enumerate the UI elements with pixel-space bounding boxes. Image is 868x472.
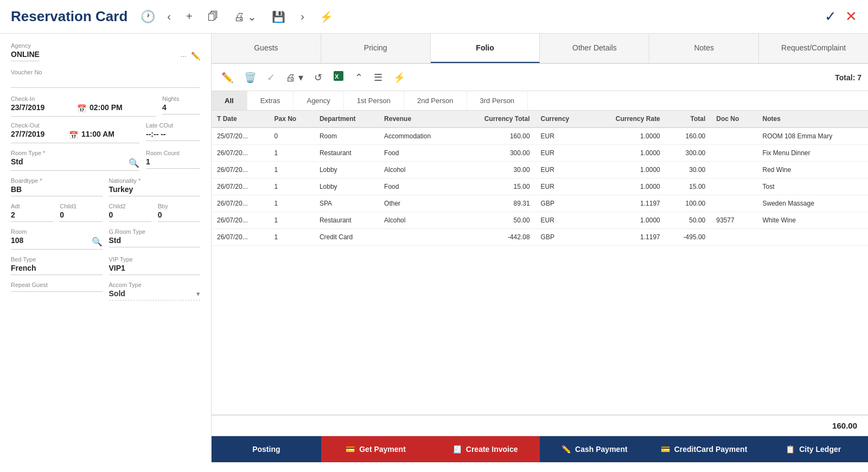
table-row[interactable]: 26/07/20... 1 Restaurant Alcohol 50.00 E… — [212, 212, 868, 229]
subtab-2nd-person[interactable]: 2nd Person — [404, 91, 467, 110]
child2-label: Child2 — [109, 203, 151, 209]
cell-revenue: Alcohol — [379, 212, 458, 229]
cell-total: 30.00 — [666, 162, 711, 178]
folio-table: T Date Pax No Department Revenue Currenc… — [212, 111, 868, 246]
checkin-time: 02:00 PM — [90, 103, 156, 114]
accomtype-dropdown[interactable]: Sold ▾ — [109, 289, 201, 301]
print-dropdown-button[interactable]: 🖨 ▾ — [283, 69, 307, 86]
cell-currency: GBP — [535, 229, 590, 246]
get-payment-button[interactable]: 💳 Get Payment — [321, 436, 431, 462]
save-button[interactable]: 💾 — [269, 9, 289, 24]
cell-currtotal: 89.31 — [458, 195, 535, 212]
agency-label: Agency — [11, 42, 200, 49]
cell-docno — [711, 162, 757, 178]
room-search-button[interactable]: 🔍 — [92, 237, 103, 247]
menu-button[interactable]: ☰ — [371, 69, 386, 86]
subtab-1st-person[interactable]: 1st Person — [344, 91, 404, 110]
roomcount-value: 1 — [146, 157, 200, 169]
lightning-button[interactable]: ⚡ — [316, 9, 336, 24]
edit-button[interactable]: ✏️ — [218, 69, 237, 86]
cell-notes: ROOM 108 Emma Mary — [757, 127, 868, 145]
col-dept: Department — [314, 111, 379, 127]
folio-toolbar: ✏️ 🗑️ ✓ 🖨 ▾ ↺ X ⌃ ☰ ⚡ Total: 7 — [212, 64, 868, 91]
cell-date: 26/07/20... — [212, 178, 269, 195]
bedtype-label: Bed Type — [11, 256, 103, 263]
tab-guests[interactable]: Guests — [212, 34, 321, 63]
cell-dept: Lobby — [314, 162, 379, 178]
cell-currtotal: 30.00 — [458, 162, 535, 178]
cell-dept: Lobby — [314, 178, 379, 195]
up-button[interactable]: ⌃ — [352, 69, 366, 86]
table-row[interactable]: 25/07/20... 0 Room Accommodation 160.00 … — [212, 127, 868, 145]
tab-folio[interactable]: Folio — [431, 34, 540, 63]
subtab-all[interactable]: All — [212, 91, 247, 110]
child2-value: 0 — [109, 211, 151, 222]
sub-tab-bar: All Extras Agency 1st Person 2nd Person … — [212, 91, 868, 111]
subtab-3rd-person[interactable]: 3rd Person — [467, 91, 528, 110]
excel-button[interactable]: X — [330, 68, 347, 86]
subtab-extras[interactable]: Extras — [247, 91, 294, 110]
city-ledger-button[interactable]: 📋 City Ledger — [758, 436, 868, 462]
check-button[interactable]: ✓ — [264, 69, 278, 86]
summary-row: 160.00 — [212, 414, 868, 436]
subtab-agency[interactable]: Agency — [293, 91, 343, 110]
cell-paxno: 1 — [269, 212, 314, 229]
roomcount-label: Room Count — [146, 150, 200, 156]
agency-edit-button[interactable]: ✏️ — [191, 52, 200, 60]
tab-request-complaint[interactable]: Request/Complaint — [759, 34, 868, 63]
total-label: Total: 7 — [835, 73, 861, 82]
groomtype-label: G.Room Type — [109, 228, 201, 235]
tab-notes[interactable]: Notes — [649, 34, 759, 63]
voucher-input[interactable] — [11, 76, 200, 88]
ledger-icon: 📋 — [786, 445, 795, 454]
cell-currency: EUR — [535, 212, 590, 229]
print-button[interactable]: 🖨 ⌄ — [231, 9, 260, 24]
cell-total: -495.00 — [666, 229, 711, 246]
cash-payment-button[interactable]: ✏️ Cash Payment — [540, 436, 649, 462]
col-revenue: Revenue — [379, 111, 458, 127]
cell-total: 15.00 — [666, 178, 711, 195]
calendar-icon[interactable]: 📅 — [77, 104, 86, 113]
refresh-button[interactable]: ↺ — [311, 69, 326, 86]
history-icon[interactable]: 🕐 — [141, 10, 155, 24]
dropdown-arrow-icon: ▾ — [196, 290, 200, 298]
next-button[interactable]: › — [297, 9, 308, 24]
delete-button[interactable]: 🗑️ — [241, 69, 259, 86]
latecout-value: --:-- -- — [146, 130, 200, 141]
agency-dots-button[interactable]: ··· — [180, 52, 187, 60]
cell-currtotal: -442.08 — [458, 229, 535, 246]
confirm-button[interactable]: ✓ — [825, 8, 837, 25]
cell-revenue: Food — [379, 145, 458, 162]
app-window: Reservation Card 🕐 ‹ + 🗍 🖨 ⌄ 💾 › ⚡ ✓ ✕ A… — [0, 0, 868, 472]
lightning2-button[interactable]: ⚡ — [390, 69, 409, 86]
calendar2-icon[interactable]: 📅 — [69, 131, 78, 139]
table-row[interactable]: 26/07/20... 1 Lobby Food 15.00 EUR 1.000… — [212, 178, 868, 195]
cell-revenue: Food — [379, 178, 458, 195]
col-tdate: T Date — [212, 111, 269, 127]
cell-date: 26/07/20... — [212, 229, 269, 246]
close-button[interactable]: ✕ — [845, 8, 857, 25]
tab-other-details[interactable]: Other Details — [540, 34, 649, 63]
posting-button[interactable]: Posting — [212, 436, 321, 462]
cell-currrate: 1.0000 — [590, 212, 666, 229]
credit-card-payment-button[interactable]: 💳 CreditCard Payment — [649, 436, 759, 462]
table-row[interactable]: 26/07/20... 1 Credit Card -442.08 GBP 1.… — [212, 229, 868, 246]
cell-currency: EUR — [535, 127, 590, 145]
nationality-value: Turkey — [109, 185, 201, 196]
table-row[interactable]: 26/07/20... 1 Restaurant Food 300.00 EUR… — [212, 145, 868, 162]
table-header-row: T Date Pax No Department Revenue Currenc… — [212, 111, 868, 127]
cell-currrate: 1.0000 — [590, 127, 666, 145]
cell-docno — [711, 229, 757, 246]
table-row[interactable]: 26/07/20... 1 SPA Other 89.31 GBP 1.1197… — [212, 195, 868, 212]
nationality-label: Nationality * — [109, 177, 201, 184]
cell-notes: Red Wine — [757, 162, 868, 178]
cell-dept: Room — [314, 127, 379, 145]
create-invoice-button[interactable]: 🧾 Create Invoice — [430, 436, 540, 462]
table-row[interactable]: 26/07/20... 1 Lobby Alcohol 30.00 EUR 1.… — [212, 162, 868, 178]
tab-pricing[interactable]: Pricing — [321, 34, 431, 63]
copy-button[interactable]: 🗍 — [205, 9, 222, 24]
add-button[interactable]: + — [183, 9, 196, 24]
payment-icon: 💳 — [346, 445, 355, 454]
roomtype-search-button[interactable]: 🔍 — [129, 158, 139, 168]
prev-button[interactable]: ‹ — [164, 9, 174, 24]
